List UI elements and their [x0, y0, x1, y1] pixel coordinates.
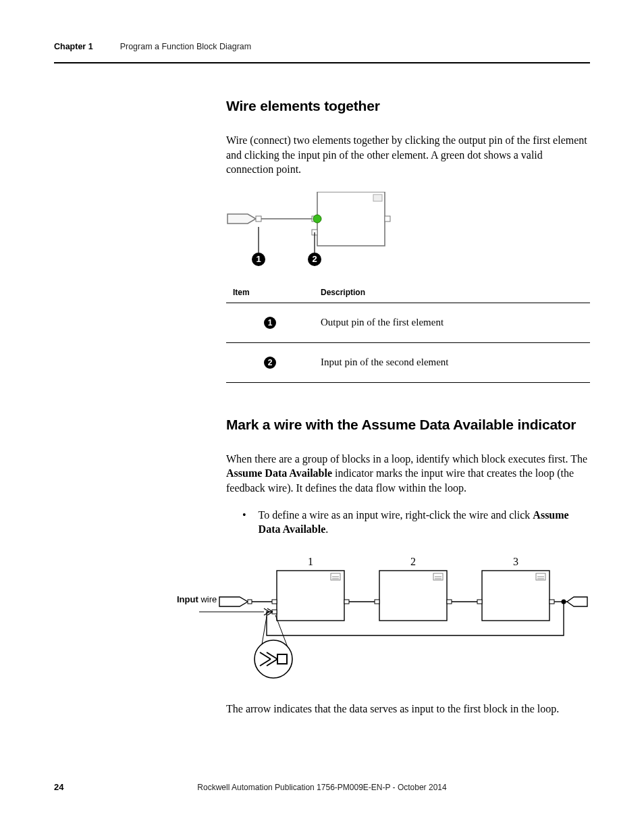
th-item: Item — [226, 282, 314, 303]
row-desc: Input pin of the second element — [314, 342, 590, 382]
callout-1-icon: 1 — [264, 317, 276, 329]
row-desc: Output pin of the first element — [314, 303, 590, 342]
text: wire — [198, 594, 217, 604]
block3-label: 3 — [513, 556, 518, 567]
text: To define a wire as an input wire, right… — [259, 509, 533, 521]
text: When there are a group of blocks in a lo… — [226, 453, 587, 465]
item-description-table: Item Description 1 Output pin of the fir… — [226, 282, 590, 383]
svg-rect-3 — [373, 194, 382, 201]
text-bold: Input — [177, 594, 198, 604]
callout-2-icon: 2 — [264, 357, 276, 369]
svg-rect-14 — [248, 600, 252, 604]
text-bold: Assume Data Available — [226, 467, 332, 479]
bullet-text: To define a wire as an input wire, right… — [259, 508, 590, 537]
table-row: 2 Input pin of the second element — [226, 342, 590, 382]
svg-rect-28 — [375, 600, 379, 604]
svg-rect-35 — [477, 600, 482, 604]
block1-label: 1 — [308, 556, 313, 567]
svg-point-7 — [313, 215, 321, 223]
chapter-title: Program a Function Block Diagram — [120, 42, 252, 51]
svg-rect-6 — [385, 216, 390, 221]
page-header: Chapter 1 Program a Function Block Diagr… — [54, 42, 590, 51]
text: . — [325, 523, 328, 535]
svg-rect-22 — [344, 600, 349, 604]
svg-text:1: 1 — [256, 254, 261, 264]
section-heading-assume-data: Mark a wire with the Assume Data Availab… — [226, 417, 590, 433]
diagram-wire-elements: 1 2 — [226, 192, 395, 273]
block2-label: 2 — [410, 556, 416, 567]
svg-line-49 — [262, 617, 267, 644]
section1-paragraph: Wire (connect) two elements together by … — [226, 133, 590, 177]
section2-paragraph: When there are a group of blocks in a lo… — [226, 452, 590, 496]
svg-rect-36 — [549, 600, 554, 604]
th-desc: Description — [314, 282, 590, 303]
svg-rect-20 — [272, 600, 277, 604]
publication-footer: Rockwell Automation Publication 1756-PM0… — [0, 783, 644, 792]
svg-rect-29 — [447, 600, 452, 604]
svg-rect-21 — [272, 610, 277, 614]
section2-closing-paragraph: The arrow indicates that the data serves… — [226, 702, 590, 716]
bullet-item: • To define a wire as an input wire, rig… — [242, 508, 590, 537]
table-row: 1 Output pin of the first element — [226, 303, 590, 342]
chapter-label: Chapter 1 — [54, 42, 93, 51]
svg-text:2: 2 — [312, 254, 317, 264]
section-heading-wire-elements: Wire elements together — [226, 98, 590, 114]
svg-rect-0 — [256, 216, 261, 221]
bullet-icon: • — [242, 508, 246, 537]
svg-rect-48 — [277, 654, 287, 664]
content: Wire elements together Wire (connect) tw… — [226, 98, 590, 723]
diagram-assume-data-available: 1 2 3 — [199, 554, 594, 689]
header-rule — [54, 62, 590, 63]
input-wire-label: Input wire — [177, 594, 217, 604]
page: Chapter 1 Program a Function Block Diagr… — [0, 0, 644, 834]
